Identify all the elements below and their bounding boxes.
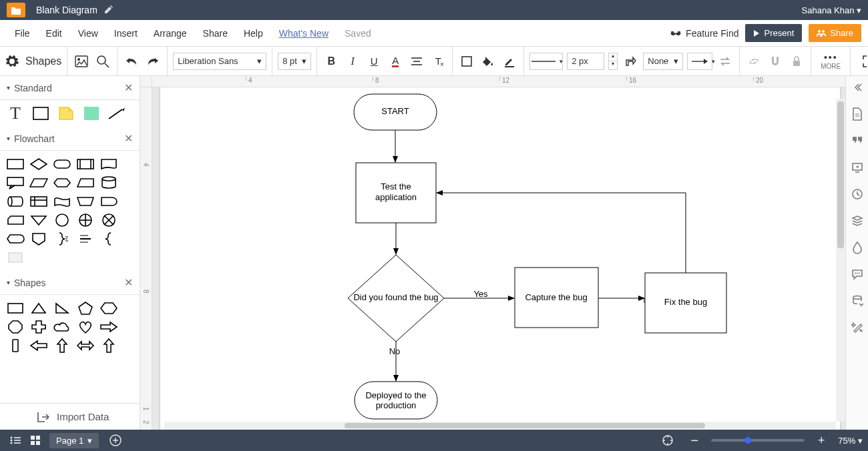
fc-connector[interactable] — [52, 212, 72, 228]
scrollbar-thumb[interactable] — [345, 423, 705, 428]
magnet-icon[interactable] — [767, 53, 784, 70]
shape-arrow-line[interactable] — [107, 105, 127, 121]
fc-decision[interactable] — [29, 156, 49, 172]
bs-bracket[interactable] — [5, 338, 25, 354]
user-menu[interactable]: Sahana Khan ▾ — [802, 5, 861, 15]
feature-find[interactable]: Feature Find — [670, 28, 738, 39]
zoom-value[interactable]: 75% ▾ — [838, 436, 863, 446]
menu-help[interactable]: Help — [236, 25, 271, 41]
edge-fix-test[interactable] — [437, 193, 686, 273]
font-family-select[interactable]: Liberation Sans▾ — [173, 53, 266, 70]
font-size-select[interactable]: 8 pt▾ — [278, 53, 311, 70]
fc-merge[interactable] — [29, 212, 49, 228]
menu-arrange[interactable]: Arrange — [146, 25, 195, 41]
fc-card[interactable] — [5, 212, 25, 228]
bs-heart[interactable] — [75, 319, 95, 335]
line-width-stepper[interactable]: ▴▾ — [608, 53, 618, 70]
bs-cloud[interactable] — [52, 319, 72, 335]
fc-offpage[interactable] — [29, 231, 49, 247]
italic-icon[interactable]: I — [344, 53, 361, 70]
magic-icon[interactable] — [850, 320, 865, 335]
canvas-viewport[interactable]: START Test the application Did you found… — [152, 87, 845, 430]
scrollbar-thumb[interactable] — [837, 101, 844, 248]
app-logo-icon[interactable] — [7, 3, 25, 17]
link-icon[interactable] — [745, 53, 763, 70]
zoom-in-icon[interactable]: + — [811, 432, 831, 448]
menu-view[interactable]: View — [70, 25, 106, 41]
zoom-slider[interactable] — [711, 439, 805, 442]
fc-predef[interactable] — [75, 156, 95, 172]
menu-file[interactable]: File — [7, 25, 38, 41]
line-width-select[interactable]: 2 px — [567, 53, 604, 70]
line-end-none-select[interactable]: None▾ — [643, 53, 683, 70]
bs-arrow-left[interactable] — [29, 338, 49, 354]
bs-rect[interactable] — [5, 300, 25, 316]
fc-database[interactable] — [99, 175, 119, 191]
collapse-dock-icon[interactable] — [850, 80, 865, 95]
menu-edit[interactable]: Edit — [38, 25, 70, 41]
panel-header-shapes[interactable]: ▾ Shapes ✕ — [0, 271, 140, 295]
vertical-scrollbar[interactable] — [836, 99, 845, 422]
bs-cross[interactable] — [29, 319, 49, 335]
align-icon[interactable] — [408, 53, 425, 70]
target-icon[interactable] — [658, 432, 678, 448]
bs-hexagon[interactable] — [99, 300, 119, 316]
fc-document[interactable] — [99, 156, 119, 172]
font-color-icon[interactable]: A — [387, 53, 404, 70]
fc-tape[interactable] — [52, 193, 72, 209]
fc-internal[interactable] — [29, 193, 49, 209]
bs-triangle[interactable] — [29, 300, 49, 316]
zoom-thumb[interactable] — [744, 437, 751, 444]
fc-data[interactable] — [29, 175, 49, 191]
document-icon[interactable] — [850, 107, 865, 121]
page-select[interactable]: Page 1 ▾ — [49, 433, 99, 448]
close-icon[interactable]: ✕ — [124, 132, 133, 145]
fc-sum[interactable] — [75, 212, 95, 228]
chat-icon[interactable] — [850, 267, 865, 282]
fc-manual[interactable] — [75, 193, 95, 209]
bs-right-tri[interactable] — [52, 300, 72, 316]
fc-hex[interactable] — [52, 175, 72, 191]
shape-block[interactable] — [81, 105, 101, 121]
grid-view-icon[interactable] — [25, 432, 45, 448]
fullscreen-icon[interactable] — [860, 53, 868, 70]
rename-icon[interactable] — [104, 5, 114, 16]
presentation-icon[interactable] — [850, 160, 865, 175]
menu-whats-new[interactable]: What's New — [271, 25, 337, 41]
clear-format-icon[interactable]: T× — [429, 53, 447, 70]
bucket-fill-icon[interactable] — [479, 53, 497, 70]
fc-para[interactable] — [75, 175, 95, 191]
document-title[interactable]: Blank Diagram — [36, 5, 97, 15]
import-data-button[interactable]: Import Data — [0, 403, 140, 430]
menu-insert[interactable]: Insert — [106, 25, 146, 41]
line-style-select[interactable]: ▾ — [529, 53, 563, 70]
panel-header-flowchart[interactable]: ▾ Flowchart ✕ — [0, 127, 140, 151]
document-page[interactable]: START Test the application Did you found… — [160, 87, 840, 430]
layers-icon[interactable] — [850, 213, 865, 228]
redo-icon[interactable] — [144, 53, 162, 70]
bs-octagon[interactable] — [5, 319, 25, 335]
data-link-icon[interactable] — [850, 294, 865, 308]
fc-brace-l[interactable] — [99, 231, 119, 247]
bold-icon[interactable]: B — [322, 53, 340, 70]
fc-process[interactable] — [5, 156, 25, 172]
swap-ends-icon[interactable] — [716, 53, 734, 70]
underline-icon[interactable]: U — [365, 53, 383, 70]
panel-header-standard[interactable]: ▾ Standard ✕ — [0, 76, 140, 100]
fc-callout[interactable] — [5, 175, 25, 191]
history-icon[interactable] — [850, 187, 865, 201]
fill-color-icon[interactable] — [458, 53, 475, 70]
close-icon[interactable]: ✕ — [124, 276, 133, 289]
fc-note-lines[interactable] — [75, 231, 95, 247]
fc-swatch[interactable] — [5, 250, 25, 266]
comment-icon[interactable] — [850, 133, 865, 148]
arrow-style-select[interactable]: ▾ — [687, 53, 712, 70]
fc-brace-r[interactable] — [52, 231, 72, 247]
search-icon[interactable] — [94, 53, 112, 70]
drop-icon[interactable] — [850, 240, 865, 255]
horizontal-scrollbar[interactable] — [164, 422, 836, 430]
gear-icon[interactable] — [5, 55, 19, 68]
bs-arrow-up2[interactable] — [99, 338, 119, 354]
bs-arrow-right[interactable] — [99, 319, 119, 335]
shape-rect[interactable] — [31, 105, 51, 121]
